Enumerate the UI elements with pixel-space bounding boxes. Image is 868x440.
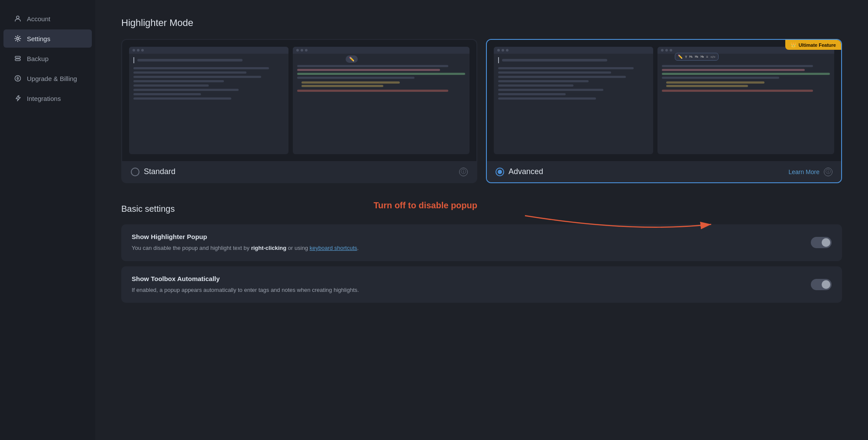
setting-name-popup: Show Highlighter Popup [132, 233, 832, 240]
advanced-radio-label[interactable]: Advanced [496, 167, 543, 176]
advanced-label: Advanced [508, 167, 543, 176]
toggle-knob-toolbox [822, 280, 830, 289]
mini-browser-bar-std-right [293, 47, 470, 54]
advanced-footer-right: Learn More ⓘ [788, 168, 832, 176]
sidebar-item-label-integrations: Integrations [27, 95, 61, 102]
bolt-icon [14, 94, 22, 102]
standard-info-icon[interactable]: ⓘ [459, 168, 468, 176]
keyboard-shortcuts-link[interactable]: keyboard shortcuts [310, 245, 357, 251]
person-icon [14, 15, 22, 23]
standard-radio-label[interactable]: Standard [131, 167, 175, 176]
gear-icon [14, 35, 22, 42]
standard-card-footer: Standard ⓘ [122, 161, 476, 182]
sidebar-item-label-settings: Settings [27, 35, 50, 42]
mode-card-standard[interactable]: ✏️ [121, 39, 477, 183]
advanced-radio[interactable] [496, 168, 504, 176]
toggle-knob-popup [822, 238, 830, 247]
setting-name-toolbox: Show Toolbox Automatically [132, 275, 832, 282]
svg-point-1 [17, 38, 19, 40]
setting-desc-toolbox: If enabled, a popup appears automaticall… [132, 286, 832, 294]
svg-rect-3 [15, 59, 20, 61]
ultimate-label: Ultimate Feature [799, 42, 836, 48]
sidebar-item-backup[interactable]: Backup [3, 49, 92, 68]
sidebar-item-label-account: Account [27, 15, 50, 23]
setting-desc-popup: You can disable the popup and highlight … [132, 244, 832, 252]
sidebar-item-account[interactable]: Account [3, 10, 92, 28]
circle-dollar-icon [14, 74, 22, 82]
main-content: Highlighter Mode [95, 0, 868, 440]
ultimate-badge: 👑 Ultimate Feature [785, 40, 841, 50]
sidebar-item-integrations[interactable]: Integrations [3, 89, 92, 107]
advanced-preview: 👑 Ultimate Feature [487, 40, 841, 161]
standard-label: Standard [144, 167, 175, 176]
advanced-card-footer: Advanced Learn More ⓘ [487, 161, 841, 182]
standard-radio[interactable] [131, 168, 139, 176]
database-icon [14, 55, 22, 62]
toggle-show-toolbox[interactable] [811, 279, 832, 290]
standard-preview: ✏️ [122, 40, 476, 161]
advanced-info-icon[interactable]: ⓘ [824, 168, 832, 176]
toggle-show-popup[interactable] [811, 237, 832, 248]
svg-point-0 [16, 16, 19, 19]
sidebar-item-label-billing: Upgrade & Billing [27, 75, 77, 82]
basic-settings-title: Basic settings [121, 204, 842, 214]
mode-cards-container: ✏️ [121, 39, 842, 183]
sidebar-item-label-backup: Backup [27, 55, 49, 62]
setting-show-toolbox-auto: Show Toolbox Automatically If enabled, a… [121, 266, 842, 303]
learn-more-link[interactable]: Learn More [788, 168, 819, 175]
sidebar-item-settings[interactable]: Settings [3, 29, 92, 48]
setting-show-highlighter-popup: Show Highlighter Popup You can disable t… [121, 224, 842, 261]
mini-browser-bar-adv-left [494, 47, 653, 54]
mode-card-advanced[interactable]: 👑 Ultimate Feature [486, 39, 842, 183]
svg-rect-2 [15, 56, 20, 58]
sidebar-item-billing[interactable]: Upgrade & Billing [3, 69, 92, 87]
crown-icon: 👑 [790, 42, 797, 48]
mini-browser-bar-std-left [129, 47, 288, 54]
settings-with-annotation: Turn off to disable popup Show Highlight… [121, 224, 842, 303]
highlighter-mode-title: Highlighter Mode [121, 17, 842, 29]
sidebar: Account Settings Backup Upgrade & Billin… [0, 0, 95, 440]
